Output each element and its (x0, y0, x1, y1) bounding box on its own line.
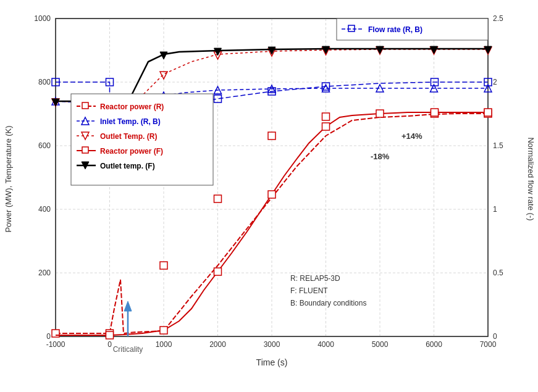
svg-text:4000: 4000 (317, 340, 334, 349)
svg-text:6000: 6000 (426, 340, 442, 349)
rpf-marker-2 (214, 268, 222, 275)
svg-text:400: 400 (38, 205, 51, 214)
svg-text:2000: 2000 (209, 340, 226, 349)
svg-text:5000: 5000 (372, 340, 389, 349)
rpr-marker-5 (322, 113, 330, 120)
svg-text:0.5: 0.5 (493, 269, 503, 277)
svg-text:7000: 7000 (480, 340, 497, 349)
rpf-marker-4 (322, 123, 330, 130)
rpf-marker-0 (106, 332, 114, 339)
x-axis-label: Time (s) (256, 357, 288, 367)
rpf-marker-1 (160, 327, 167, 334)
rpr-marker-4 (268, 132, 275, 140)
svg-text:2: 2 (493, 78, 497, 86)
y-axis-right-label: Normalized flow rate (-) (526, 137, 536, 220)
legend-label-1: Reactor power (R) (100, 102, 164, 111)
annotation-f: F: FLUENT (290, 286, 328, 295)
legend-label-3: Outlet Temp. (R) (100, 132, 157, 141)
svg-text:2.5: 2.5 (493, 14, 503, 23)
svg-text:3000: 3000 (264, 340, 280, 349)
legend-marker-1 (82, 102, 88, 109)
flow-legend-label: Flow rate (R, B) (368, 25, 422, 34)
legend-marker-4 (82, 147, 88, 153)
legend-label-4: Reactor power (F) (100, 147, 163, 156)
rpf-marker-3 (268, 191, 275, 198)
svg-text:-1000: -1000 (46, 340, 65, 349)
legend-label-5: Outlet temp. (F) (100, 162, 155, 170)
annotation-r: R: RELAP5-3D (290, 274, 340, 283)
percent-plus-label: +14% (401, 131, 422, 141)
svg-text:800: 800 (38, 78, 51, 86)
chart-container: -1000 0 1000 2000 3000 4000 5000 6000 70… (0, 0, 538, 392)
rpr-marker-3 (214, 195, 222, 202)
svg-text:0: 0 (46, 332, 51, 341)
svg-text:0: 0 (107, 340, 112, 349)
rpf-marker-5 (376, 110, 384, 117)
svg-text:600: 600 (38, 141, 51, 150)
legend-label-2: Inlet Temp. (R, B) (100, 117, 161, 126)
rpr-marker-0 (52, 330, 59, 337)
percent-minus-label: -18% (371, 152, 390, 161)
chart-svg: -1000 0 1000 2000 3000 4000 5000 6000 70… (0, 0, 538, 392)
svg-text:1.5: 1.5 (493, 141, 503, 150)
svg-text:1: 1 (493, 205, 497, 214)
y-axis-left-label: Power (MW), Temperature (K) (4, 125, 13, 232)
annotation-b: B: Boundary conditions (290, 299, 366, 307)
rpr-marker-2 (160, 262, 167, 269)
rpf-marker-6 (431, 109, 439, 116)
svg-text:0: 0 (493, 332, 497, 341)
rpf-marker-7 (484, 109, 492, 116)
criticality-label: Criticality (113, 345, 143, 354)
svg-text:1000: 1000 (156, 340, 172, 349)
svg-text:1000: 1000 (34, 14, 51, 23)
svg-text:200: 200 (38, 269, 51, 277)
